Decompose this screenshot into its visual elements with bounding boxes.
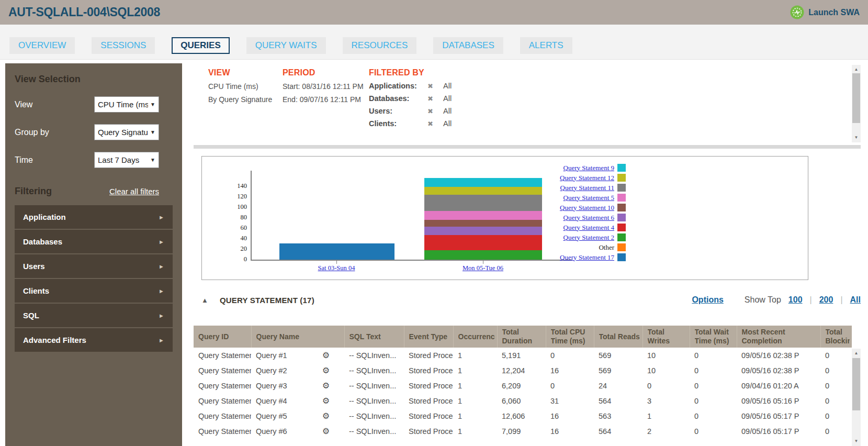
tab-sessions[interactable]: SESSIONS [92, 37, 155, 54]
cell-total-cpu-time: 0 [546, 378, 594, 393]
filtered-by-row: Databases:✖All [369, 94, 500, 103]
cell-sql-text: -- SQLInven... [344, 348, 404, 363]
query-name-cell: Query #6⚙ [256, 426, 344, 436]
remove-filter-icon[interactable]: ✖ [427, 82, 443, 90]
scrollbar-thumb[interactable] [852, 358, 860, 410]
gear-icon[interactable]: ⚙ [322, 426, 330, 436]
legend-label-query-statement-17[interactable]: Query Statement 17 [499, 253, 614, 262]
cell-query-name: Query #6⚙ [251, 423, 344, 439]
chevron-right-icon: ► [159, 313, 164, 319]
column-header-total-cpu-time[interactable]: Total CPU Time (ms) [546, 326, 594, 348]
cell-total-blocking-time: 0 [820, 363, 852, 378]
summary-scrollbar[interactable]: ▲ ▼ [852, 65, 861, 142]
x-tick-mark [483, 261, 483, 264]
cell-occurrences: 1 [453, 363, 497, 378]
chevron-right-icon: ► [159, 214, 164, 220]
group-by-select[interactable]: Query Signature▼ [94, 124, 159, 140]
filter-item-advanced-filters[interactable]: Advanced Filters► [15, 328, 173, 352]
view-selection-fields: ViewCPU Time (ms)▼Group byQuery Signatur… [15, 96, 173, 168]
legend-label-query-statement-9[interactable]: Query Statement 9 [499, 164, 614, 172]
cell-event-type: Stored Procedure [404, 408, 453, 423]
gear-icon[interactable]: ⚙ [322, 396, 330, 406]
legend-label-query-statement-4[interactable]: Query Statement 4 [499, 224, 614, 232]
bar-sat-03-sun-04 [279, 157, 394, 260]
cell-event-type: Stored Procedure [404, 348, 453, 363]
x-axis-category-link[interactable]: Mon 05-Tue 06 [441, 264, 525, 272]
column-header-occurrences[interactable]: Occurrences [453, 326, 497, 348]
scroll-down-icon[interactable]: ▼ [852, 134, 861, 141]
gear-icon[interactable]: ⚙ [322, 365, 330, 375]
scrollbar-thumb[interactable] [852, 73, 860, 123]
x-axis-category-link[interactable]: Sat 03-Sun 04 [295, 264, 378, 272]
bar-segment-query-statement-17[interactable] [279, 243, 394, 260]
legend-label-query-statement-5[interactable]: Query Statement 5 [499, 194, 614, 202]
cell-total-duration: 7,099 [497, 423, 546, 439]
filter-value: All [443, 107, 452, 115]
filter-item-databases[interactable]: Databases► [15, 230, 173, 253]
legend-swatch [617, 204, 626, 211]
column-header-label: Occurrences [458, 332, 495, 341]
column-header-event-type[interactable]: Event Type [404, 326, 453, 348]
tab-queries[interactable]: QUERIES [172, 37, 230, 54]
options-link[interactable]: Options [692, 295, 723, 305]
cell-total-writes: 10 [642, 348, 690, 363]
legend-label-query-statement-11[interactable]: Query Statement 11 [499, 184, 614, 192]
query-name-cell: Query #1⚙ [256, 350, 344, 360]
launch-swa-button[interactable]: Launch SWA [790, 5, 860, 19]
query-name-cell: Query #4⚙ [256, 396, 344, 406]
remove-filter-icon[interactable]: ✖ [427, 120, 443, 128]
legend-label-other: Other [499, 243, 614, 252]
horizontal-scrollbar[interactable] [194, 145, 861, 149]
query-statement-table: Query IDQuery NameSQL TextEvent TypeOccu… [194, 326, 852, 439]
filter-item-label: Clients [23, 286, 49, 295]
remove-filter-icon[interactable]: ✖ [427, 95, 443, 103]
filter-item-sql[interactable]: SQL► [15, 304, 173, 327]
column-header-sql-text[interactable]: SQL Text [344, 326, 404, 348]
scroll-up-icon[interactable]: ▲ [852, 66, 861, 73]
filter-label: Databases: [369, 94, 427, 103]
remove-filter-icon[interactable]: ✖ [427, 107, 443, 115]
table-scrollbar[interactable]: ▲ ▼ [852, 349, 861, 446]
column-header-total-wait-time[interactable]: Total Wait Time (ms) [690, 326, 737, 348]
legend-label-query-statement-6[interactable]: Query Statement 6 [499, 214, 614, 222]
tab-query-waits[interactable]: QUERY WAITS [246, 37, 326, 54]
legend-label-query-statement-10[interactable]: Query Statement 10 [499, 204, 614, 212]
legend-swatch [617, 174, 626, 182]
legend-label-query-statement-2[interactable]: Query Statement 2 [499, 233, 614, 242]
show-top-all-link[interactable]: All [850, 295, 861, 305]
clear-all-filters-link[interactable]: Clear all filters [109, 187, 159, 196]
legend-label-query-statement-12[interactable]: Query Statement 12 [499, 174, 614, 182]
gear-icon[interactable]: ⚙ [322, 381, 330, 391]
gear-icon[interactable]: ⚙ [322, 350, 330, 360]
collapse-section-icon[interactable]: ▲ [201, 296, 208, 304]
filter-item-application[interactable]: Application► [15, 205, 173, 229]
show-top-200-link[interactable]: 200 [819, 295, 833, 305]
column-header-most-recent-completion[interactable]: Most Recent Completion [737, 326, 820, 348]
table-row: Query Statement 5Query #5⚙-- SQLInven...… [194, 408, 852, 423]
filter-item-users[interactable]: Users► [15, 254, 173, 278]
query-name-text: Query #1 [256, 351, 287, 360]
show-top-100-link[interactable]: 100 [788, 295, 803, 305]
view-select[interactable]: CPU Time (ms)▼ [94, 96, 159, 113]
column-header-total-writes[interactable]: Total Writes [642, 326, 690, 348]
scroll-up-icon[interactable]: ▲ [852, 350, 861, 357]
tab-resources[interactable]: RESOURCES [343, 37, 417, 54]
cell-sql-text: -- SQLInven... [344, 408, 404, 423]
column-header-total-duration[interactable]: Total Duration (ms) [497, 326, 546, 348]
filter-item-clients[interactable]: Clients► [15, 279, 173, 303]
column-header-query-id[interactable]: Query ID [194, 326, 251, 348]
cell-total-cpu-time: 16 [546, 363, 594, 378]
filter-value: All [443, 94, 452, 103]
cell-occurrences: 1 [453, 378, 497, 393]
cell-total-duration: 5,191 [497, 348, 546, 363]
column-header-label: Total Wait Time (ms) [695, 328, 735, 345]
scroll-down-icon[interactable]: ▼ [852, 438, 861, 445]
gear-icon[interactable]: ⚙ [322, 411, 330, 421]
column-header-query-name[interactable]: Query Name [251, 326, 344, 348]
tab-overview[interactable]: OVERVIEW [9, 37, 75, 54]
column-header-total-blocking-time[interactable]: Total Blocking Time (ms) [820, 326, 852, 348]
time-select[interactable]: Last 7 Days▼ [94, 152, 159, 168]
tab-alerts[interactable]: ALERTS [520, 37, 572, 54]
tab-databases[interactable]: DATABASES [433, 37, 503, 54]
column-header-total-reads[interactable]: Total Reads [594, 326, 642, 348]
